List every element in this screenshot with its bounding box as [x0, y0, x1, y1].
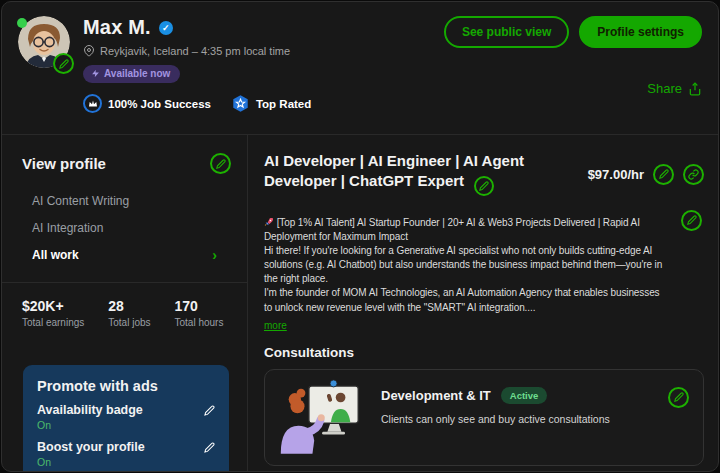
share-button[interactable]: Share — [647, 81, 702, 96]
stat-total-earnings: $20K+ Total earnings — [22, 298, 84, 328]
availability-label: Available now — [104, 68, 170, 79]
sidebar-item-ai-integration[interactable]: AI Integration — [32, 215, 231, 242]
avatar-edit-button[interactable] — [53, 53, 74, 74]
availability-badge[interactable]: Available now — [83, 65, 180, 83]
freelancer-name: Max M. — [83, 16, 151, 39]
divider — [2, 282, 247, 283]
nav-label: AI Integration — [32, 221, 103, 235]
pencil-icon — [59, 59, 69, 69]
sidebar-item-ai-content-writing[interactable]: AI Content Writing — [32, 188, 231, 215]
stat-label: Total earnings — [22, 317, 84, 328]
view-profile-title: View profile — [22, 155, 106, 172]
overview-text: [Top 1% AI Talent] AI Startup Founder | … — [264, 217, 640, 242]
see-public-view-button[interactable]: See public view — [444, 16, 569, 48]
consultation-illustration — [279, 378, 367, 454]
consultation-description: Clients can only see and buy active cons… — [381, 413, 654, 425]
verified-badge-icon: ✓ — [159, 21, 173, 35]
availability-badge-edit-button[interactable] — [204, 405, 215, 416]
sidebar-item-all-work[interactable]: All work › — [32, 242, 231, 269]
stat-value: 28 — [108, 298, 150, 314]
rocket-icon — [264, 217, 274, 228]
stat-value: 170 — [175, 298, 224, 314]
active-status-badge: Active — [501, 387, 548, 404]
stat-label: Total jobs — [108, 317, 150, 328]
stat-total-jobs: 28 Total jobs — [108, 298, 150, 328]
consultations-heading: Consultations — [264, 345, 704, 360]
job-success-label: 100% Job Success — [108, 98, 211, 110]
overview-section: [Top 1% AI Talent] AI Startup Founder | … — [264, 216, 704, 333]
promote-title: Promote with ads — [37, 378, 215, 394]
consultation-card[interactable]: Development & IT Active Clients can only… — [264, 369, 704, 466]
promote-with-ads-card: Promote with ads Availability badge On B… — [23, 365, 229, 472]
promote-item-label[interactable]: Boost your profile — [37, 440, 145, 454]
more-link[interactable]: more — [264, 320, 287, 331]
consultation-edit-button[interactable] — [668, 387, 689, 408]
overview-paragraph-2: Hi there! If you're looking for a Genera… — [264, 244, 670, 287]
top-rated-label: Top Rated — [256, 98, 311, 110]
top-rated-badge: Top Rated — [231, 94, 311, 113]
promote-item-boost-profile: Boost your profile On — [37, 440, 215, 468]
nav-label: All work — [32, 248, 79, 262]
online-status-dot — [17, 18, 27, 28]
consultation-body: Development & IT Active Clients can only… — [381, 381, 654, 454]
status-badge: On — [37, 419, 215, 431]
hourly-rate: $97.00/hr — [588, 167, 644, 182]
overview-edit-button[interactable] — [681, 210, 702, 231]
title-edit-button[interactable] — [474, 176, 494, 196]
job-success-badge: 100% Job Success — [83, 94, 211, 113]
promote-item-availability-badge: Availability badge On — [37, 403, 215, 431]
promote-item-label[interactable]: Availability badge — [37, 403, 143, 417]
status-badge: On — [37, 456, 215, 468]
profile-settings-button[interactable]: Profile settings — [579, 16, 702, 48]
boost-profile-edit-button[interactable] — [204, 442, 215, 453]
profile-stats: $20K+ Total earnings 28 Total jobs 170 T… — [22, 298, 231, 328]
avatar-wrap — [18, 16, 70, 68]
rate-edit-button[interactable] — [653, 164, 674, 185]
chevron-right-icon: › — [212, 250, 217, 260]
overview-paragraph-3: I'm the founder of MOM AI Technologies, … — [264, 286, 670, 314]
share-label: Share — [647, 81, 682, 96]
nav-label: AI Content Writing — [32, 194, 129, 208]
share-upload-icon — [688, 82, 702, 96]
stat-total-hours: 170 Total hours — [175, 298, 224, 328]
view-profile-edit-button[interactable] — [210, 153, 231, 174]
profile-nav: AI Content Writing AI Integration All wo… — [32, 188, 231, 269]
header-info: Max M. ✓ Reykjavik, Iceland – 4:35 pm lo… — [83, 16, 444, 120]
consultation-title: Development & IT — [381, 388, 491, 403]
profile-title: AI Developer | AI Engineer | AI Agent De… — [264, 151, 588, 196]
top-rated-shield-icon — [231, 94, 250, 113]
header-actions: See public view Profile settings Share — [444, 16, 702, 120]
sidebar: View profile AI Content Writing AI Integ… — [2, 135, 248, 472]
profile-link-button[interactable] — [683, 164, 704, 185]
lightning-bolt-icon — [91, 69, 100, 78]
stat-value: $20K+ — [22, 298, 84, 314]
stat-label: Total hours — [175, 317, 224, 328]
location-text: Reykjavik, Iceland – 4:35 pm local time — [100, 45, 290, 57]
crown-icon — [83, 94, 102, 113]
profile-page: Max M. ✓ Reykjavik, Iceland – 4:35 pm lo… — [1, 1, 719, 472]
main-content: AI Developer | AI Engineer | AI Agent De… — [248, 135, 718, 472]
profile-header: Max M. ✓ Reykjavik, Iceland – 4:35 pm lo… — [2, 2, 718, 135]
map-pin-icon — [83, 45, 95, 57]
page-body: View profile AI Content Writing AI Integ… — [2, 135, 718, 472]
overview-paragraph-1: [Top 1% AI Talent] AI Startup Founder | … — [264, 216, 670, 244]
